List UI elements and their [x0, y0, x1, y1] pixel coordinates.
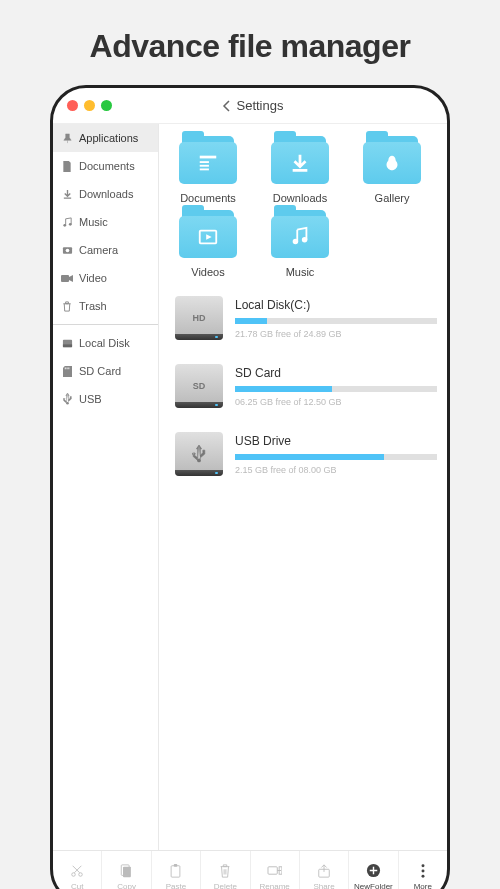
storage-progress [235, 386, 437, 392]
paste-button[interactable]: Paste [152, 851, 201, 889]
folder-label: Videos [191, 266, 224, 278]
folder-label: Music [286, 266, 315, 278]
svg-rect-12 [200, 161, 209, 163]
svg-rect-9 [68, 367, 69, 369]
storage-usb-drive[interactable]: USB Drive 2.15 GB free of 08.00 GB [175, 432, 437, 476]
folder-icon [363, 136, 421, 184]
doc-icon [61, 160, 73, 172]
svg-point-3 [65, 249, 69, 253]
svg-point-31 [421, 874, 424, 877]
add-icon [365, 863, 381, 879]
header-back[interactable]: Settings [118, 98, 387, 113]
tool-label: Delete [214, 882, 237, 890]
sidebar-divider [53, 324, 158, 325]
titlebar: Settings [53, 88, 447, 124]
sidebar-item-sd-card[interactable]: SD Card [53, 357, 158, 385]
drive-icon [175, 432, 223, 476]
folder-icon [271, 210, 329, 258]
svg-rect-25 [268, 867, 277, 874]
folder-downloads[interactable]: Downloads [257, 136, 343, 204]
camera-icon [61, 244, 73, 256]
storage-sd-card[interactable]: SD SD Card 06.25 GB free of 12.50 GB [175, 364, 437, 408]
cut-button[interactable]: Cut [53, 851, 102, 889]
svg-rect-13 [200, 165, 209, 167]
sidebar-item-usb[interactable]: USB [53, 385, 158, 413]
sidebar-item-local-disk[interactable]: Local Disk [53, 329, 158, 357]
svg-point-16 [293, 239, 299, 245]
paste-icon [168, 863, 184, 879]
sidebar-item-video[interactable]: Video [53, 264, 158, 292]
folder-music[interactable]: Music [257, 210, 343, 278]
share-button[interactable]: Share [300, 851, 349, 889]
copy-button[interactable]: Copy [102, 851, 151, 889]
sidebar-item-downloads[interactable]: Downloads [53, 180, 158, 208]
svg-rect-4 [61, 275, 69, 282]
svg-point-1 [68, 222, 71, 225]
folder-label: Gallery [375, 192, 410, 204]
folder-gallery[interactable]: Gallery [349, 136, 435, 204]
storage-info: SD Card 06.25 GB free of 12.50 GB [235, 366, 437, 407]
delete-button[interactable]: Delete [201, 851, 250, 889]
delete-icon [217, 863, 233, 879]
svg-point-30 [421, 869, 424, 872]
storage-name: USB Drive [235, 434, 437, 448]
tool-label: Copy [117, 882, 136, 890]
folder-icon [179, 210, 237, 258]
trash-icon [61, 300, 73, 312]
music-icon [61, 216, 73, 228]
sidebar-item-label: Local Disk [79, 337, 130, 349]
tool-label: NewFolder [354, 882, 393, 890]
tool-label: Rename [260, 882, 290, 890]
sidebar-item-documents[interactable]: Documents [53, 152, 158, 180]
folder-documents[interactable]: Documents [165, 136, 251, 204]
app-title: Advance file manager [0, 0, 500, 85]
rename-icon [267, 863, 283, 879]
content-area: ApplicationsDocumentsDownloadsMusicCamer… [53, 124, 447, 850]
cut-icon [69, 863, 85, 879]
sidebar-item-label: Downloads [79, 188, 133, 200]
sidebar-item-label: Documents [79, 160, 135, 172]
tool-label: Cut [71, 882, 83, 890]
svg-rect-11 [200, 156, 217, 159]
sidebar-item-camera[interactable]: Camera [53, 236, 158, 264]
folder-label: Downloads [273, 192, 327, 204]
sidebar-item-label: Applications [79, 132, 138, 144]
sidebar-item-label: Camera [79, 244, 118, 256]
share-icon [316, 863, 332, 879]
video-icon [61, 272, 73, 284]
usb-icon [61, 393, 73, 405]
svg-point-20 [79, 872, 83, 876]
phone-frame: Settings ApplicationsDocumentsDownloadsM… [50, 85, 450, 889]
drive-icon: HD [175, 296, 223, 340]
storage-progress [235, 454, 437, 460]
svg-point-18 [197, 459, 201, 463]
more-button[interactable]: More [399, 851, 447, 889]
svg-point-29 [421, 864, 424, 867]
newfolder-button[interactable]: NewFolder [349, 851, 398, 889]
drive-icon: SD [175, 364, 223, 408]
rename-button[interactable]: Rename [251, 851, 300, 889]
sidebar-item-music[interactable]: Music [53, 208, 158, 236]
sidebar-item-applications[interactable]: Applications [53, 124, 158, 152]
storage-detail: 21.78 GB free of 24.89 GB [235, 329, 437, 339]
sidebar-item-label: Video [79, 272, 107, 284]
more-icon [415, 863, 431, 879]
disk-icon [61, 337, 73, 349]
minimize-icon[interactable] [84, 100, 95, 111]
storage-local-disk-c-[interactable]: HD Local Disk(C:) 21.78 GB free of 24.89… [175, 296, 437, 340]
toolbar: CutCopyPasteDeleteRenameShareNewFolderMo… [53, 850, 447, 889]
folder-videos[interactable]: Videos [165, 210, 251, 278]
sidebar-item-trash[interactable]: Trash [53, 292, 158, 320]
tool-label: Share [313, 882, 334, 890]
svg-point-10 [66, 402, 69, 405]
sidebar-item-label: SD Card [79, 365, 121, 377]
svg-rect-6 [62, 344, 71, 347]
tool-label: Paste [166, 882, 186, 890]
storage-info: USB Drive 2.15 GB free of 08.00 GB [235, 434, 437, 475]
folder-icon [179, 136, 237, 184]
maximize-icon[interactable] [101, 100, 112, 111]
svg-rect-24 [174, 864, 178, 867]
close-icon[interactable] [67, 100, 78, 111]
storage-info: Local Disk(C:) 21.78 GB free of 24.89 GB [235, 298, 437, 339]
tool-label: More [414, 882, 432, 890]
